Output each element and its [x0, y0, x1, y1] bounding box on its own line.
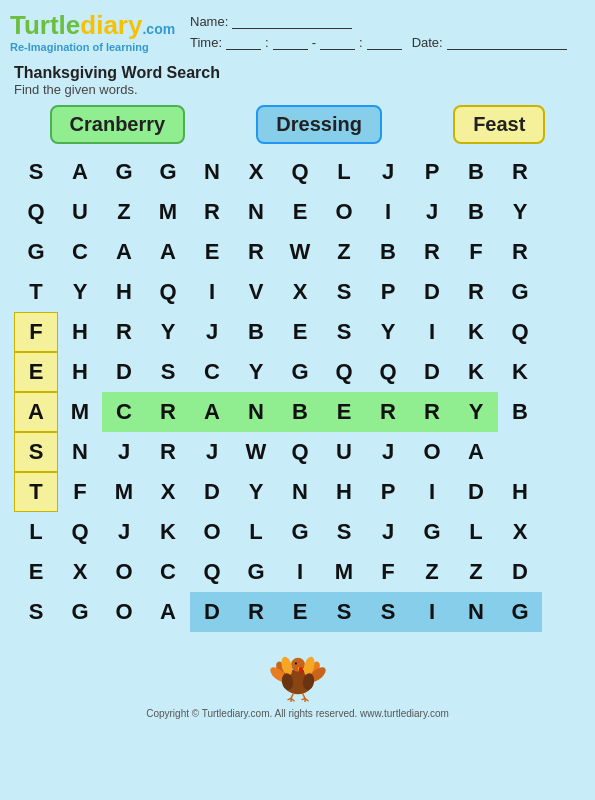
grid-cell	[498, 432, 542, 472]
grid-cell: L	[454, 512, 498, 552]
word-badges: Cranberry Dressing Feast	[14, 105, 581, 144]
grid-cell: E	[322, 392, 366, 432]
grid-cell: N	[234, 192, 278, 232]
grid-cell: S	[14, 432, 58, 472]
grid-cell: S	[322, 512, 366, 552]
grid-cell: S	[14, 152, 58, 192]
grid-cell: E	[278, 312, 322, 352]
logo-diary: diary	[80, 10, 142, 40]
word-search-grid: SAGGNXQLJPBRQUZMRNEOIJBYGCAAERWZBRFRTYHQ…	[10, 152, 585, 632]
grid-cell: G	[278, 512, 322, 552]
grid-cell: S	[322, 592, 366, 632]
grid-cell: N	[58, 432, 102, 472]
grid-cell: O	[410, 432, 454, 472]
grid-cell: U	[58, 192, 102, 232]
grid-cell: I	[410, 472, 454, 512]
svg-point-4	[294, 662, 296, 664]
grid-cell: J	[102, 512, 146, 552]
grid-cell: X	[498, 512, 542, 552]
grid-cell: O	[102, 552, 146, 592]
grid-row: EXOCQGIMFZZD	[14, 552, 581, 592]
grid-cell: I	[366, 192, 410, 232]
grid-cell: D	[454, 472, 498, 512]
grid-cell: J	[410, 192, 454, 232]
grid-cell: L	[14, 512, 58, 552]
grid-cell: D	[410, 272, 454, 312]
grid-cell: T	[14, 272, 58, 312]
grid-cell: H	[498, 472, 542, 512]
grid-cell: F	[366, 552, 410, 592]
grid-cell: G	[498, 272, 542, 312]
grid-cell: R	[498, 152, 542, 192]
badge-dressing: Dressing	[256, 105, 382, 144]
grid-cell: O	[102, 592, 146, 632]
time-label: Time:	[190, 35, 222, 50]
grid-cell: V	[234, 272, 278, 312]
grid-cell: K	[454, 352, 498, 392]
grid-cell: H	[58, 352, 102, 392]
grid-cell: K	[454, 312, 498, 352]
grid-cell: Z	[410, 552, 454, 592]
grid-cell: F	[58, 472, 102, 512]
grid-cell: J	[102, 432, 146, 472]
date-label: Date:	[412, 35, 443, 50]
grid-row: GCAAERWZBRFR	[14, 232, 581, 272]
grid-cell: H	[322, 472, 366, 512]
grid-cell: Z	[102, 192, 146, 232]
grid-cell: E	[278, 592, 322, 632]
grid-cell: Y	[454, 392, 498, 432]
grid-cell: Y	[234, 352, 278, 392]
grid-cell: I	[278, 552, 322, 592]
grid-cell: Q	[498, 312, 542, 352]
grid-cell: G	[146, 152, 190, 192]
name-field	[232, 15, 352, 29]
grid-cell: F	[454, 232, 498, 272]
grid-cell: C	[190, 352, 234, 392]
logo-com: .com	[142, 21, 175, 37]
grid-row: SNJRJWQUJOA	[14, 432, 581, 472]
grid-cell: E	[14, 552, 58, 592]
grid-cell: X	[146, 472, 190, 512]
grid-cell: Y	[146, 312, 190, 352]
time-field-1	[226, 36, 261, 50]
grid-cell: Q	[278, 432, 322, 472]
grid-cell: R	[454, 272, 498, 312]
grid-cell: R	[234, 592, 278, 632]
grid-cell: G	[410, 512, 454, 552]
grid-cell: A	[190, 392, 234, 432]
grid-cell: E	[14, 352, 58, 392]
grid-cell: S	[366, 592, 410, 632]
grid-cell: N	[278, 472, 322, 512]
svg-line-17	[302, 693, 305, 699]
grid-cell: Q	[146, 272, 190, 312]
grid-cell: Q	[190, 552, 234, 592]
grid-cell: B	[454, 152, 498, 192]
grid-cell: Q	[14, 192, 58, 232]
name-time-area: Name: Time: : - : Date:	[190, 10, 585, 56]
logo-area: Turtlediary.com Re-Imagination of learni…	[10, 10, 190, 53]
grid-cell: P	[366, 472, 410, 512]
badge-feast: Feast	[453, 105, 545, 144]
grid-cell: G	[58, 592, 102, 632]
grid-cell: Z	[322, 232, 366, 272]
grid-cell: J	[190, 432, 234, 472]
grid-cell: C	[58, 232, 102, 272]
badge-cranberry: Cranberry	[50, 105, 186, 144]
grid-cell: I	[190, 272, 234, 312]
grid-cell: F	[14, 312, 58, 352]
grid-cell: G	[234, 552, 278, 592]
grid-cell: M	[146, 192, 190, 232]
grid-cell: Q	[366, 352, 410, 392]
grid-cell: S	[322, 312, 366, 352]
grid-cell: R	[410, 392, 454, 432]
grid-cell: M	[102, 472, 146, 512]
grid-cell: Z	[454, 552, 498, 592]
grid-cell: G	[498, 592, 542, 632]
grid-row: TFMXDYNHPIDH	[14, 472, 581, 512]
grid-cell: L	[234, 512, 278, 552]
grid-cell: D	[190, 472, 234, 512]
grid-row: LQJKOLGSJGLX	[14, 512, 581, 552]
grid-cell: N	[190, 152, 234, 192]
turkey-icon	[263, 634, 333, 704]
grid-cell: D	[102, 352, 146, 392]
